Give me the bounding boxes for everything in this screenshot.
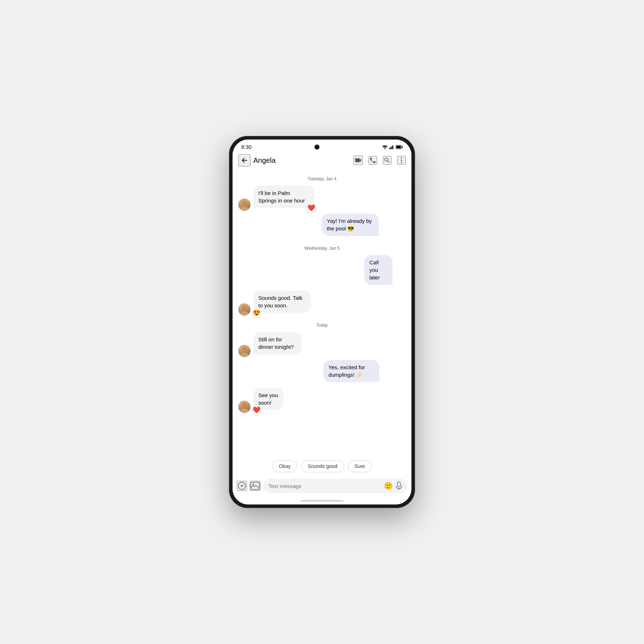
- svg-rect-3: [392, 146, 393, 149]
- message-row: See you soon! ❤️: [238, 388, 406, 413]
- message-wrapper: I'll be in Palm Springs in one hour ❤️: [253, 186, 343, 208]
- status-bar: 9:30: [233, 140, 411, 151]
- svg-rect-1: [389, 148, 390, 149]
- svg-point-9: [401, 160, 402, 161]
- date-label-wed: Wednesday, Jan 5: [238, 246, 406, 251]
- message-text: Sounds good. Talk to you soon.: [258, 295, 302, 308]
- avatar: [238, 345, 250, 357]
- smart-reply-sure[interactable]: Sure: [348, 460, 372, 472]
- message-row: Sounds good. Talk to you soon. 😍: [238, 291, 406, 316]
- message-bubble: Sounds good. Talk to you soon. 😍: [253, 291, 311, 313]
- messages-area: Tuesday, Jan 4 I'll be in Palm Springs i…: [233, 169, 411, 457]
- status-time: 9:30: [241, 144, 252, 150]
- avatar: [238, 401, 250, 413]
- avatar: [238, 303, 250, 316]
- message-bubble: Still on for dinner tonight?: [253, 332, 302, 354]
- message-input[interactable]: [268, 483, 381, 489]
- message-row: Yay! I'm already by the pool 😎: [238, 214, 406, 239]
- svg-point-8: [401, 158, 402, 159]
- message-bubble: I'll be in Palm Springs in one hour ❤️: [253, 186, 314, 208]
- message-wrapper: Call you later: [364, 255, 406, 285]
- message-text: See you soon!: [258, 392, 278, 406]
- message-text: Yay! I'm already by the pool 😎: [327, 218, 372, 231]
- svg-rect-16: [397, 482, 400, 487]
- svg-point-15: [253, 484, 254, 485]
- input-bar: 🙂: [233, 476, 411, 497]
- more-vert-icon: [398, 157, 405, 164]
- smart-replies-bar: Okay Sounds good Sure: [233, 457, 411, 476]
- message-text: I'll be in Palm Springs in one hour: [258, 190, 305, 204]
- signal-icon: [389, 145, 394, 149]
- svg-point-10: [401, 162, 402, 163]
- message-row: Still on for dinner tonight?: [238, 332, 406, 357]
- back-arrow-icon: [240, 156, 248, 164]
- reaction-emoji: ❤️: [252, 406, 261, 415]
- avatar: [238, 199, 250, 211]
- avatar-image: [238, 303, 250, 316]
- message-bubble: See you soon! ❤️: [253, 388, 283, 410]
- video-call-button[interactable]: [353, 156, 363, 165]
- svg-rect-4: [394, 145, 394, 149]
- more-options-button[interactable]: [397, 156, 406, 165]
- home-bar: [301, 500, 343, 502]
- image-icon: [250, 482, 260, 490]
- message-wrapper: Sounds good. Talk to you soon. 😍: [253, 291, 338, 313]
- message-wrapper: Yay! I'm already by the pool 😎: [322, 214, 406, 236]
- message-bubble: Yes, excited for dumplings! 🥟: [323, 360, 379, 382]
- reaction-emoji: ❤️: [307, 204, 316, 213]
- smart-reply-okay[interactable]: Okay: [272, 460, 298, 472]
- status-icons: [382, 145, 403, 149]
- search-button[interactable]: [383, 156, 391, 165]
- app-bar: Angela: [233, 151, 411, 169]
- video-call-icon: [354, 156, 362, 164]
- add-attachment-button[interactable]: [237, 481, 247, 491]
- svg-rect-6: [402, 146, 402, 148]
- svg-rect-7: [396, 146, 401, 148]
- message-bubble: Yay! I'm already by the pool 😎: [322, 214, 379, 236]
- home-indicator: [233, 497, 411, 504]
- message-text: Yes, excited for dumplings! 🥟: [328, 364, 365, 378]
- message-wrapper: Yes, excited for dumplings! 🥟: [323, 360, 406, 382]
- contact-name: Angela: [253, 156, 351, 165]
- message-wrapper: See you soon! ❤️: [253, 388, 298, 410]
- message-bubble: Call you later: [364, 255, 392, 285]
- text-input-area[interactable]: 🙂: [263, 479, 407, 493]
- voice-input-button[interactable]: [396, 482, 402, 490]
- reaction-emoji: 😍: [252, 308, 261, 318]
- phone-device: 9:30: [229, 136, 415, 508]
- message-text: Still on for dinner tonight?: [258, 336, 294, 350]
- message-row: Yes, excited for dumplings! 🥟: [238, 360, 406, 385]
- message-wrapper: Still on for dinner tonight?: [253, 332, 324, 354]
- emoji-button[interactable]: 🙂: [384, 482, 393, 490]
- message-row: Call you later: [238, 255, 406, 288]
- date-label-tue: Tuesday, Jan 4: [238, 176, 406, 181]
- back-button[interactable]: [238, 154, 250, 166]
- app-bar-actions: [353, 156, 406, 165]
- avatar-image: [238, 199, 250, 211]
- message-row: I'll be in Palm Springs in one hour ❤️: [238, 186, 406, 211]
- add-icon: [238, 482, 246, 490]
- battery-icon: [396, 145, 403, 149]
- image-attach-button[interactable]: [250, 481, 260, 491]
- wifi-icon: [382, 145, 388, 149]
- avatar-image: [238, 345, 250, 357]
- phone-screen: 9:30: [233, 140, 411, 504]
- smart-reply-sounds-good[interactable]: Sounds good: [301, 460, 344, 472]
- svg-rect-2: [391, 147, 392, 149]
- search-icon: [384, 157, 391, 164]
- svg-point-0: [384, 148, 385, 149]
- message-text: Call you later: [369, 259, 380, 280]
- mic-icon: [396, 482, 402, 490]
- avatar-image: [238, 401, 250, 413]
- phone-icon: [369, 157, 376, 164]
- phone-call-button[interactable]: [369, 156, 377, 165]
- date-label-today: Today: [238, 323, 406, 328]
- camera-notch: [314, 145, 319, 150]
